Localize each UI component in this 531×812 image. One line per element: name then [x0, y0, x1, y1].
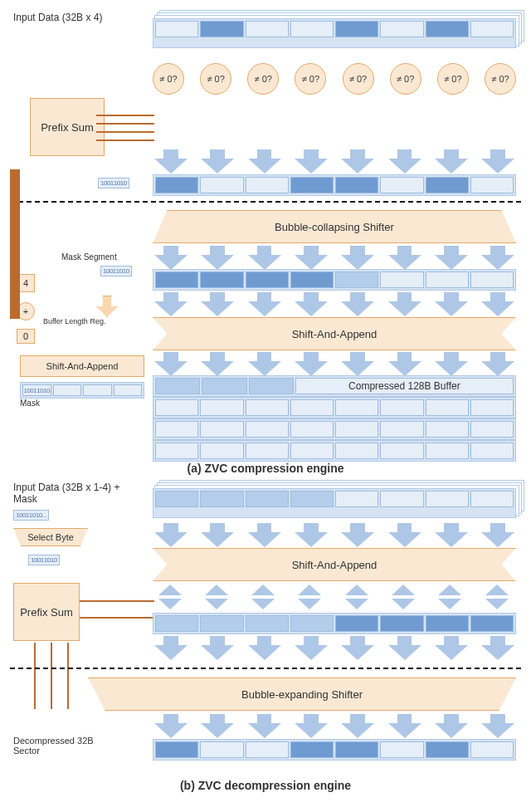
bubble-expanding-shifter: Bubble-expanding Shifter — [88, 677, 516, 711]
arrows-expand — [153, 585, 516, 609]
wire — [51, 643, 52, 709]
mask-buffer: 10011010 — [20, 382, 144, 399]
select-byte: Select Byte — [13, 528, 88, 546]
wire — [10, 169, 20, 319]
buffer-length-reg: 0 — [17, 329, 35, 344]
arrows-a4 — [153, 352, 516, 375]
compressed-128b-buffer: Compressed 128B Buffer — [153, 375, 516, 462]
mask-bits-in: 10011010... — [13, 510, 49, 521]
collapsed-sector-row — [153, 269, 516, 291]
wire — [80, 600, 154, 602]
staging-row — [153, 613, 516, 634]
buffer-length-reg-label: Buffer Length Reg. — [43, 317, 105, 325]
wire — [67, 643, 69, 709]
prefix-sum-a: Prefix Sum — [30, 98, 105, 156]
input-sectors-b — [153, 488, 516, 518]
neq0-comparator: ≠ 0? — [295, 63, 326, 95]
neq0-comparator: ≠ 0? — [485, 63, 516, 95]
arrows-a1 — [153, 149, 516, 173]
arrows-b2 — [153, 636, 516, 659]
neq0-comparator: ≠ 0? — [390, 63, 421, 95]
decompressed-sector — [153, 739, 516, 761]
caption-b: (b) ZVC decompression engine — [5, 779, 526, 792]
wire — [80, 617, 154, 619]
input-sectors-a — [153, 18, 516, 48]
wire — [34, 643, 36, 709]
mask-feed-arrow-icon — [96, 296, 118, 317]
mask-bits-2: 10011010 — [100, 266, 132, 276]
selected-mask-byte: 10011010 — [28, 555, 60, 565]
neq0-comparator: ≠ 0? — [247, 63, 279, 95]
shift-and-append-mask: Shift-And-Append — [20, 355, 144, 377]
neq0-comparator: ≠ 0? — [200, 63, 231, 95]
bubble-collapsing-shifter: Bubble-collapsing Shifter — [153, 210, 516, 243]
mask-segment-label: Mask Segment — [61, 252, 117, 262]
wire — [96, 139, 154, 141]
mask-bits-1: 10011010 — [98, 178, 129, 188]
wire — [96, 115, 154, 116]
mask-label: Mask — [20, 399, 40, 408]
decomp-label: Decompressed 32B Sector — [13, 736, 113, 756]
neq0-comparator: ≠ 0? — [153, 63, 184, 95]
arrows-a3 — [153, 292, 516, 316]
wire — [96, 131, 154, 133]
neq0-comparator: ≠ 0? — [437, 63, 469, 95]
masked-sector-row — [153, 174, 516, 196]
input-label-a: Input Data (32B x 4) — [13, 12, 102, 23]
shift-and-append-b: Shift-And-Append — [153, 548, 516, 581]
arrows-b1 — [153, 523, 516, 546]
arrows-a2 — [153, 246, 516, 269]
input-label-b: Input Data (32B x 1-4) + Mask — [13, 482, 129, 505]
shift-and-append: Shift-And-Append — [153, 317, 516, 350]
prefix-sum-b: Prefix Sum — [13, 583, 80, 641]
caption-a: (a) ZVC compression engine — [5, 462, 526, 475]
neq0-comparator: ≠ 0? — [343, 63, 374, 95]
arrows-b3 — [153, 714, 516, 737]
wire — [96, 123, 154, 125]
neq0-comparators: ≠ 0? ≠ 0? ≠ 0? ≠ 0? ≠ 0? ≠ 0? ≠ 0? ≠ 0? — [153, 63, 516, 95]
